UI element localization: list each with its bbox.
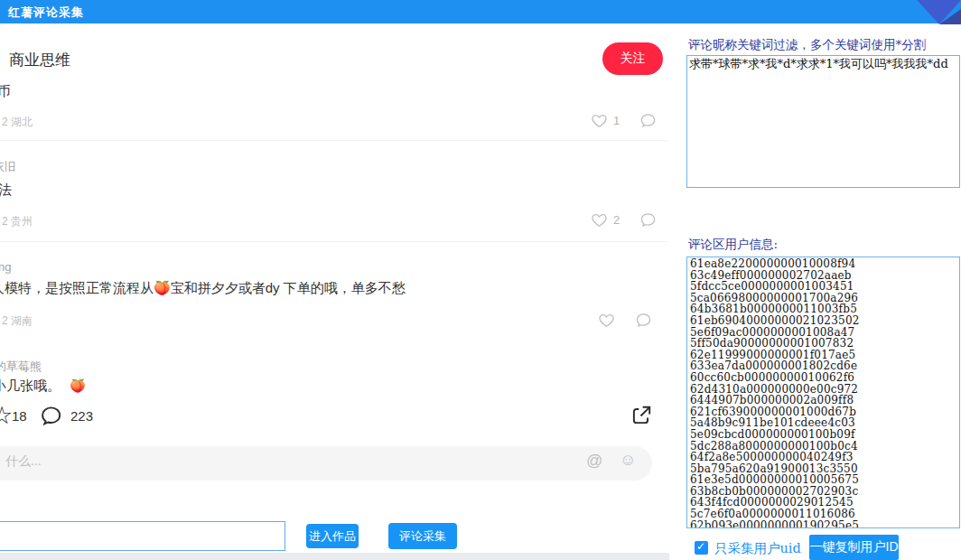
comment-users-label: 评论区用户信息: <box>688 237 778 253</box>
comment-text: 币 <box>0 83 11 100</box>
app-window: 红薯评论采集 商业思维 关注 币 2 湖北 1 依旧 法 2 贵州 2 ng 人… <box>0 0 961 560</box>
collect-comments-button[interactable]: 评论采集 <box>388 523 457 549</box>
app-title: 红薯评论采集 <box>8 5 84 21</box>
comment-meta: 2 贵州 <box>2 214 33 229</box>
like-count: 2 <box>613 213 620 227</box>
uid-only-checkbox[interactable] <box>695 541 708 555</box>
filter-keywords-textarea[interactable]: 求带*球带*求*我*d*求求*1*我可以吗*我我我*dd <box>686 55 960 188</box>
comment-meta: 2 湖北 <box>2 115 33 130</box>
comment-like-row <box>598 312 652 329</box>
follow-button[interactable]: 关注 <box>602 42 663 75</box>
comment-bubble-icon[interactable] <box>635 312 652 329</box>
comment-divider <box>0 241 668 242</box>
title-bar: 红薯评论采集 <box>0 0 961 23</box>
comment-meta: 2 湖南 <box>2 313 33 329</box>
blush-sticker-emoji: 🍑 <box>70 378 85 393</box>
comment-count: 223 <box>70 408 93 424</box>
comment-bubble-icon[interactable] <box>639 211 657 229</box>
heart-icon[interactable] <box>591 112 608 129</box>
comment-text: 小几张哦。 🍑 <box>0 378 86 395</box>
bottom-scrollbar-track[interactable] <box>0 553 669 560</box>
comment-username: 的草莓熊 <box>0 359 42 375</box>
share-open-icon[interactable] <box>630 404 653 427</box>
comment-input-pill[interactable] <box>0 446 652 481</box>
comment-bubble-icon[interactable] <box>639 112 657 129</box>
corner-ribbon-fold-decoration <box>939 9 961 24</box>
filter-keywords-label: 评论昵称关键词过滤，多个关键词使用*分割 <box>688 37 926 53</box>
copy-user-ids-button[interactable]: 一键复制用户ID <box>809 535 899 560</box>
comment-text-value: 小几张哦。 <box>0 378 61 393</box>
user-ids-textarea[interactable]: 61ea8e220000000010008f94 63c49eff0000000… <box>686 257 960 528</box>
note-url-input[interactable] <box>0 521 285 551</box>
comments-bubble-icon[interactable] <box>40 405 62 427</box>
emoji-smiley-icon[interactable]: ☺ <box>620 451 636 470</box>
comment-username: ng <box>0 260 11 274</box>
comment-text: 法 <box>0 182 12 199</box>
comment-like-row: 2 <box>591 211 657 229</box>
mention-at-icon[interactable]: @ <box>586 452 602 471</box>
comment-divider <box>0 140 668 141</box>
collect-count: 18 <box>12 408 27 424</box>
comment-username: 依旧 <box>0 159 16 175</box>
uid-only-label: 只采集用户uid <box>714 540 801 557</box>
like-count: 1 <box>613 114 620 127</box>
comment-input-placeholder: 什么... <box>5 453 42 470</box>
enter-note-button[interactable]: 进入作品 <box>306 524 359 548</box>
heart-icon[interactable] <box>591 211 608 229</box>
heart-icon[interactable] <box>598 312 615 329</box>
comment-text: 人模特，是按照正常流程从🍑宝和拼夕夕或者dy 下单的哦，单多不愁 <box>0 280 406 297</box>
comment-like-row: 1 <box>591 112 657 129</box>
note-title: 商业思维 <box>9 50 70 70</box>
